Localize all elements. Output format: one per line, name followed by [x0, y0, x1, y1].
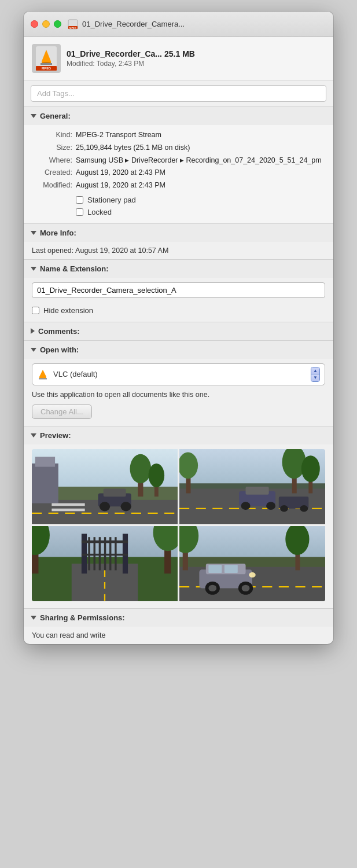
open-with-section-body: VLC (default) ▲ ▼ Use this application t…: [24, 359, 333, 426]
more-info-collapse-icon: [31, 231, 36, 235]
locked-label: Locked: [87, 208, 112, 216]
name-extension-collapse-icon: [31, 267, 36, 271]
titlebar: MPEG 01_Drive_Recorder_Camera...: [24, 12, 333, 37]
preview-section: Preview:: [24, 426, 333, 608]
last-opened-label: Last opened:: [32, 247, 73, 255]
more-info-section-header[interactable]: More Info:: [24, 224, 333, 242]
file-size: 25.1 MB: [164, 49, 195, 58]
preview-section-title: Preview:: [40, 431, 71, 440]
preview-cell-bl: [32, 526, 178, 601]
comments-section-header[interactable]: Comments:: [24, 322, 333, 340]
svg-point-37: [301, 455, 320, 482]
preview-grid: [32, 449, 325, 601]
preview-section-body: [24, 444, 333, 608]
stepper-down-arrow[interactable]: ▼: [311, 374, 319, 381]
svg-point-46: [300, 505, 308, 512]
svg-point-45: [280, 505, 288, 512]
sharing-section-title: Sharing & Permissions:: [40, 613, 125, 622]
svg-rect-22: [32, 464, 58, 503]
size-value: 25,109,844 bytes (25.1 MB on disk): [76, 142, 325, 153]
svg-rect-59: [82, 554, 128, 556]
general-section-header[interactable]: General:: [24, 107, 333, 125]
file-modified: Modified: Today, 2:43 PM: [67, 60, 325, 68]
svg-point-43: [266, 502, 275, 510]
minimize-button[interactable]: [42, 20, 50, 28]
svg-point-80: [242, 585, 250, 591]
tags-input[interactable]: Add Tags...: [31, 85, 326, 102]
app-stepper[interactable]: ▲ ▼: [311, 367, 320, 382]
svg-point-42: [241, 502, 251, 510]
name-extension-section-body: Hide extension: [24, 278, 333, 322]
sharing-section-body: You can read and write: [24, 627, 333, 644]
svg-point-81: [249, 572, 255, 578]
change-all-button[interactable]: Change All...: [32, 404, 92, 419]
open-with-section: Open with: VLC (default) ▲ ▼ Use this ap…: [24, 340, 333, 426]
file-icon: MPEG: [32, 44, 61, 73]
svg-rect-27: [104, 489, 126, 497]
modified-row: Modified: August 19, 2020 at 2:43 PM: [32, 180, 325, 191]
kind-row: Kind: MPEG-2 Transport Stream: [32, 130, 325, 141]
preview-section-header[interactable]: Preview:: [24, 426, 333, 444]
kind-value: MPEG-2 Transport Stream: [76, 130, 325, 141]
more-info-section-body: Last opened: August 19, 2020 at 10:57 AM: [24, 242, 333, 259]
kind-label: Kind:: [32, 130, 72, 141]
name-extension-section-title: Name & Extension:: [40, 264, 108, 273]
where-value: Samsung USB ▸ DriveRecorder ▸ Recording_…: [76, 155, 325, 166]
created-row: Created: August 19, 2020 at 2:43 PM: [32, 167, 325, 178]
comments-section: Comments:: [24, 322, 333, 340]
stationery-pad-label: Stationery pad: [87, 196, 136, 204]
close-button[interactable]: [31, 20, 38, 28]
svg-rect-12: [39, 378, 47, 379]
sharing-collapse-icon: [31, 616, 36, 620]
sharing-section: Sharing & Permissions: You can read and …: [24, 608, 333, 644]
svg-rect-76: [224, 565, 238, 573]
svg-rect-11: [39, 377, 46, 378]
svg-rect-41: [246, 487, 269, 495]
hide-extension-checkbox[interactable]: [32, 307, 39, 314]
file-header: MPEG 01_Drive_Recorder_Ca... 25.1 MB Mod…: [24, 37, 333, 80]
filename-input[interactable]: [32, 282, 325, 298]
svg-text:MPEG: MPEG: [69, 26, 76, 29]
svg-text:MPEG: MPEG: [42, 67, 51, 70]
last-opened-value: August 19, 2020 at 10:57 AM: [75, 247, 168, 255]
preview-collapse-icon: [31, 433, 36, 437]
general-section-title: General:: [40, 112, 71, 120]
svg-rect-75: [208, 565, 222, 573]
svg-rect-51: [123, 534, 128, 574]
modified-value: August 19, 2020 at 2:43 PM: [76, 180, 325, 191]
svg-rect-50: [82, 534, 87, 574]
size-row: Size: 25,109,844 bytes (25.1 MB on disk): [32, 142, 325, 153]
svg-marker-10: [39, 370, 46, 377]
hide-extension-label: Hide extension: [43, 306, 93, 315]
created-label: Created:: [32, 167, 72, 178]
where-label: Where:: [32, 155, 72, 166]
stationery-pad-row: Stationery pad: [76, 196, 325, 204]
window-title: 01_Drive_Recorder_Camera...: [82, 20, 185, 28]
svg-point-28: [100, 502, 110, 512]
vlc-icon: [37, 369, 49, 380]
comments-expand-icon: [31, 328, 35, 334]
created-value: August 19, 2020 at 2:43 PM: [76, 167, 325, 178]
finder-info-window: MPEG 01_Drive_Recorder_Camera... MPEG: [24, 12, 333, 644]
svg-rect-7: [41, 63, 52, 65]
open-with-section-header[interactable]: Open with:: [24, 341, 333, 359]
locked-checkbox[interactable]: [76, 208, 83, 216]
maximize-button[interactable]: [54, 20, 61, 28]
app-selector[interactable]: VLC (default) ▲ ▼: [32, 363, 325, 385]
locked-row: Locked: [76, 208, 325, 216]
hide-extension-row: Hide extension: [32, 306, 325, 315]
preview-cell-br: [179, 526, 325, 601]
sharing-section-header[interactable]: Sharing & Permissions:: [24, 609, 333, 627]
name-extension-section: Name & Extension: Hide extension: [24, 259, 333, 322]
stationery-pad-checkbox[interactable]: [76, 196, 83, 204]
file-info: 01_Drive_Recorder_Ca... 25.1 MB Modified…: [67, 49, 325, 68]
size-label: Size:: [32, 142, 72, 153]
general-collapse-icon: [31, 114, 36, 118]
svg-rect-58: [82, 540, 128, 543]
modified-label: Modified:: [32, 180, 72, 191]
name-extension-section-header[interactable]: Name & Extension:: [24, 260, 333, 278]
stepper-up-arrow[interactable]: ▲: [311, 367, 319, 374]
preview-cell-tr: [179, 449, 325, 524]
general-section-body: Kind: MPEG-2 Transport Stream Size: 25,1…: [24, 125, 333, 223]
svg-point-78: [208, 585, 216, 591]
